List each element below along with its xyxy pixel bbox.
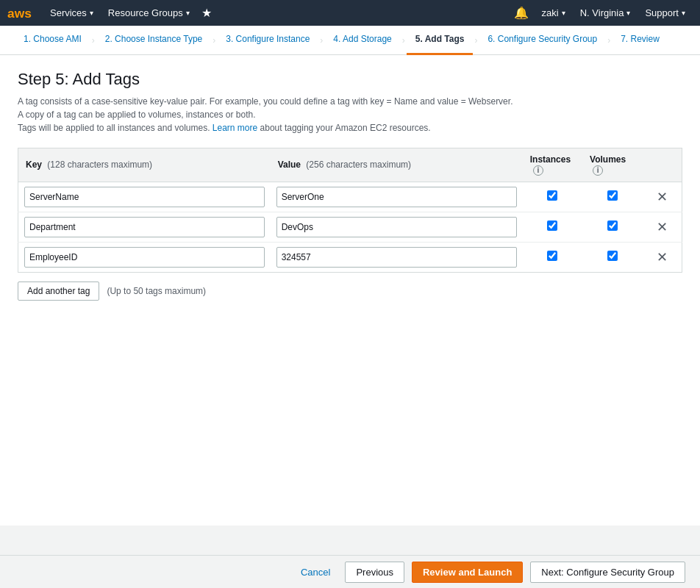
key-cell-2 [18,242,271,272]
step-add-storage[interactable]: 4. Add Storage [324,26,400,55]
key-cell-0 [18,182,271,212]
region-menu[interactable]: N. Virginia ▾ [573,0,638,26]
remove-cell-2: ✕ [642,242,682,272]
value-input-2[interactable] [276,247,517,268]
instances-checkbox-1[interactable] [547,220,557,231]
table-row: ✕ [18,242,682,272]
page-title: Step 5: Add Tags [18,70,682,89]
key-cell-1 [18,212,271,242]
table-row: ✕ [18,182,682,212]
resource-groups-menu[interactable]: Resource Groups ▾ [101,0,197,26]
instances-cell-2 [523,242,582,272]
step-sep-4: › [401,35,407,46]
step-choose-instance-type[interactable]: 2. Choose Instance Type [96,26,212,55]
user-menu[interactable]: zaki ▾ [535,0,573,26]
volumes-checkbox-2[interactable] [607,251,618,261]
col-header-volumes: Volumes i [582,148,642,182]
bell-icon[interactable]: 🔔 [508,6,535,20]
wizard-steps: 1. Choose AMI › 2. Choose Instance Type … [0,26,700,55]
value-cell-2 [271,242,523,272]
key-input-2[interactable] [24,247,265,268]
key-input-1[interactable] [24,217,265,237]
col-header-instances: Instances i [523,148,582,182]
resource-groups-chevron-icon: ▾ [186,9,190,17]
volumes-info-icon[interactable]: i [593,165,603,176]
volumes-cell-2 [582,242,642,272]
bookmark-icon[interactable]: ★ [201,6,212,20]
description-1: A tag consists of a case-sensitive key-v… [18,96,682,107]
step-sep-1: › [90,35,96,46]
step-sep-5: › [473,35,479,46]
remove-row-button-1[interactable]: ✕ [654,219,670,235]
volumes-cell-0 [582,182,642,212]
user-chevron-icon: ▾ [562,9,565,17]
table-row: ✕ [18,212,682,242]
description-2: A copy of a tag can be applied to volume… [18,110,682,120]
step-sep-6: › [606,35,612,46]
key-input-0[interactable] [24,187,265,207]
instances-cell-1 [523,212,582,242]
remove-row-button-2[interactable]: ✕ [654,249,670,265]
add-tag-button[interactable]: Add another tag [18,282,99,301]
col-header-remove [642,148,682,182]
value-cell-1 [271,212,523,242]
add-tag-row: Add another tag (Up to 50 tags maximum) [18,282,682,301]
learn-more-link[interactable]: Learn more [213,123,257,133]
step-sep-3: › [318,35,324,46]
main-content: Step 5: Add Tags A tag consists of a cas… [0,55,700,526]
support-menu[interactable]: Support ▾ [638,0,693,26]
top-nav: aws Services ▾ Resource Groups ▾ ★ 🔔 zak… [0,0,700,26]
services-menu[interactable]: Services ▾ [43,0,101,26]
volumes-checkbox-0[interactable] [607,190,618,201]
services-chevron-icon: ▾ [90,9,93,17]
tags-table: Key (128 characters maximum) Value (256 … [18,148,682,273]
step-sep-2: › [211,35,217,46]
remove-cell-0: ✕ [642,182,682,212]
step-add-tags[interactable]: 5. Add Tags [407,26,474,55]
remove-row-button-0[interactable]: ✕ [654,189,670,205]
instances-cell-0 [523,182,582,212]
step-review[interactable]: 7. Review [612,26,668,55]
svg-text:aws: aws [7,5,32,20]
value-input-1[interactable] [276,217,517,237]
volumes-cell-1 [582,212,642,242]
col-header-key: Key (128 characters maximum) [18,148,271,182]
instances-checkbox-0[interactable] [547,190,557,201]
region-chevron-icon: ▾ [626,9,630,17]
aws-logo[interactable]: aws [7,4,35,22]
col-header-value: Value (256 characters maximum) [271,148,523,182]
step-configure-security[interactable]: 6. Configure Security Group [479,26,606,55]
remove-cell-1: ✕ [642,212,682,242]
value-input-0[interactable] [276,187,517,207]
instances-checkbox-2[interactable] [547,251,557,261]
instances-info-icon[interactable]: i [533,165,543,176]
step-configure-instance[interactable]: 3. Configure Instance [217,26,318,55]
step-choose-ami[interactable]: 1. Choose AMI [15,26,90,55]
support-chevron-icon: ▾ [682,9,685,17]
volumes-checkbox-1[interactable] [607,220,618,231]
add-tag-hint: (Up to 50 tags maximum) [107,286,206,296]
value-cell-0 [271,182,523,212]
description-3: Tags will be applied to all instances an… [18,123,682,133]
